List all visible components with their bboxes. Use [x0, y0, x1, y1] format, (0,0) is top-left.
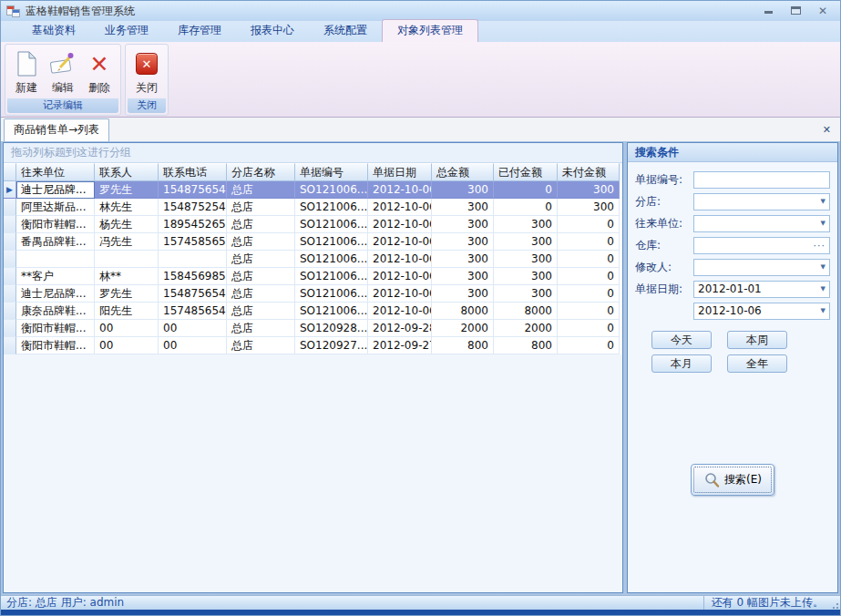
search-button[interactable]: 搜索(E): [691, 464, 774, 496]
cell-phone[interactable]: 00: [159, 320, 227, 337]
cell-contact[interactable]: 罗先生: [95, 285, 159, 303]
cell-paid[interactable]: 0: [494, 181, 558, 199]
cell-phone[interactable]: 154875254...: [159, 199, 227, 216]
cell-paid[interactable]: 8000: [494, 303, 558, 320]
document-tab-sales-list[interactable]: 商品销售单→列表: [4, 118, 109, 141]
cell-company[interactable]: 康奈品牌鞋...: [16, 303, 95, 320]
cell-unpaid[interactable]: 0: [558, 268, 620, 285]
cell-paid[interactable]: 800: [494, 337, 558, 354]
this-year-button[interactable]: 全年: [727, 354, 787, 373]
row-indicator[interactable]: [4, 285, 16, 303]
column-header-total[interactable]: 总金额: [432, 163, 494, 181]
column-header-paid[interactable]: 已付金额: [494, 163, 558, 181]
cell-unpaid[interactable]: 0: [558, 233, 620, 251]
cell-phone[interactable]: 154875654...: [159, 285, 227, 303]
cell-date[interactable]: 2012-10-06: [368, 216, 432, 233]
ellipsis-icon[interactable]: ···: [814, 240, 826, 252]
column-header-unpaid[interactable]: 未付金额: [558, 163, 620, 181]
delete-button[interactable]: ✕ 删除: [82, 47, 117, 97]
column-header-company[interactable]: 往来单位: [16, 163, 95, 181]
cell-order[interactable]: SO121006...: [295, 199, 368, 216]
maximize-button[interactable]: [789, 5, 802, 17]
ribbon-tab-reports[interactable]: 报表中心: [236, 20, 309, 42]
cell-total[interactable]: 300: [432, 233, 494, 251]
table-row[interactable]: 衡阳市鞋帽...0000总店SO120927...2012-09-2780080…: [4, 337, 622, 354]
cell-unpaid[interactable]: 0: [558, 337, 620, 354]
cell-unpaid[interactable]: 0: [558, 251, 620, 268]
cell-contact[interactable]: [95, 251, 159, 268]
cell-total[interactable]: 300: [432, 216, 494, 233]
cell-contact[interactable]: 冯先生: [95, 233, 159, 251]
cell-company[interactable]: 衡阳市鞋帽...: [16, 320, 95, 337]
cell-total[interactable]: 800: [432, 337, 494, 354]
cell-order[interactable]: SO121006...: [295, 181, 368, 199]
column-header-order[interactable]: 单据编号: [295, 163, 368, 181]
cell-total[interactable]: 300: [432, 285, 494, 303]
cell-total[interactable]: 300: [432, 268, 494, 285]
row-indicator[interactable]: [4, 233, 16, 251]
row-indicator[interactable]: [4, 268, 16, 285]
cell-unpaid[interactable]: 0: [558, 303, 620, 320]
cell-contact[interactable]: 00: [95, 320, 159, 337]
warehouse-picker[interactable]: ···: [693, 237, 830, 254]
this-week-button[interactable]: 本周: [727, 331, 787, 349]
cell-branch[interactable]: 总店: [227, 285, 295, 303]
cell-total[interactable]: 300: [432, 199, 494, 216]
cell-date[interactable]: 2012-10-06: [368, 199, 432, 216]
cell-phone[interactable]: 157458565...: [159, 233, 227, 251]
cell-paid[interactable]: 300: [494, 285, 558, 303]
row-indicator[interactable]: [4, 216, 16, 233]
cell-branch[interactable]: 总店: [227, 303, 295, 320]
column-header-contact[interactable]: 联系人: [95, 163, 159, 181]
cell-branch[interactable]: 总店: [227, 216, 295, 233]
table-row[interactable]: 阿里达斯品...林先生154875254...总店SO121006...2012…: [4, 199, 622, 216]
column-header-phone[interactable]: 联系电话: [159, 163, 227, 181]
chevron-down-icon[interactable]: ▼: [818, 220, 826, 227]
cell-total[interactable]: 8000: [432, 303, 494, 320]
cell-paid[interactable]: 300: [494, 216, 558, 233]
cell-company[interactable]: **客户: [16, 268, 95, 285]
cell-company[interactable]: 阿里达斯品...: [16, 199, 95, 216]
table-row[interactable]: ▶迪士尼品牌...罗先生154875654...总店SO121006...201…: [4, 181, 622, 199]
chevron-down-icon[interactable]: ▼: [818, 307, 826, 314]
cell-company[interactable]: [16, 251, 95, 268]
cell-date[interactable]: 2012-10-06: [368, 233, 432, 251]
cell-paid[interactable]: 2000: [494, 320, 558, 337]
chevron-down-icon[interactable]: ▼: [818, 263, 826, 271]
cell-total[interactable]: 300: [432, 181, 494, 199]
date-to-dropdown[interactable]: 2012-10-06▼: [693, 303, 830, 320]
cell-total[interactable]: 300: [432, 251, 494, 268]
cell-order[interactable]: SO120928...: [295, 320, 368, 337]
cell-unpaid[interactable]: 300: [558, 199, 620, 216]
cell-order[interactable]: SO121006...: [295, 233, 368, 251]
table-row[interactable]: 衡阳市鞋帽...杨先生189545265...总店SO121006...2012…: [4, 216, 622, 233]
cell-date[interactable]: 2012-10-06: [368, 303, 432, 320]
table-row[interactable]: 衡阳市鞋帽...0000总店SO120928...2012-09-2820002…: [4, 320, 622, 337]
cell-branch[interactable]: 总店: [227, 199, 295, 216]
ribbon-tab-basic-data[interactable]: 基础资料: [17, 20, 90, 42]
close-button[interactable]: ✕: [816, 5, 829, 17]
row-indicator[interactable]: [4, 199, 16, 216]
edit-button[interactable]: 编辑: [46, 47, 80, 97]
today-button[interactable]: 今天: [651, 331, 712, 349]
cell-contact[interactable]: 林**: [95, 268, 159, 285]
ribbon-tab-object-list[interactable]: 对象列表管理: [382, 19, 478, 42]
cell-company[interactable]: 迪士尼品牌...: [16, 181, 95, 199]
resize-grip-icon[interactable]: [831, 601, 838, 609]
cell-contact[interactable]: 林先生: [95, 199, 159, 216]
cell-branch[interactable]: 总店: [227, 320, 295, 337]
cell-branch[interactable]: 总店: [227, 251, 295, 268]
table-row[interactable]: 迪士尼品牌...罗先生154875654...总店SO121006...2012…: [4, 285, 622, 303]
cell-order[interactable]: SO121006...: [295, 285, 368, 303]
cell-company[interactable]: 迪士尼品牌...: [16, 285, 95, 303]
cell-contact[interactable]: 阳先生: [95, 303, 159, 320]
ribbon-tab-business[interactable]: 业务管理: [90, 20, 163, 42]
cell-order[interactable]: SO121006...: [295, 268, 368, 285]
cell-unpaid[interactable]: 0: [558, 285, 620, 303]
cell-unpaid[interactable]: 0: [558, 216, 620, 233]
ribbon-tab-system-config[interactable]: 系统配置: [309, 20, 382, 42]
cell-phone[interactable]: [159, 251, 227, 268]
cell-branch[interactable]: 总店: [227, 337, 295, 354]
cell-branch[interactable]: 总店: [227, 181, 295, 199]
modifier-dropdown[interactable]: ▼: [693, 259, 830, 276]
